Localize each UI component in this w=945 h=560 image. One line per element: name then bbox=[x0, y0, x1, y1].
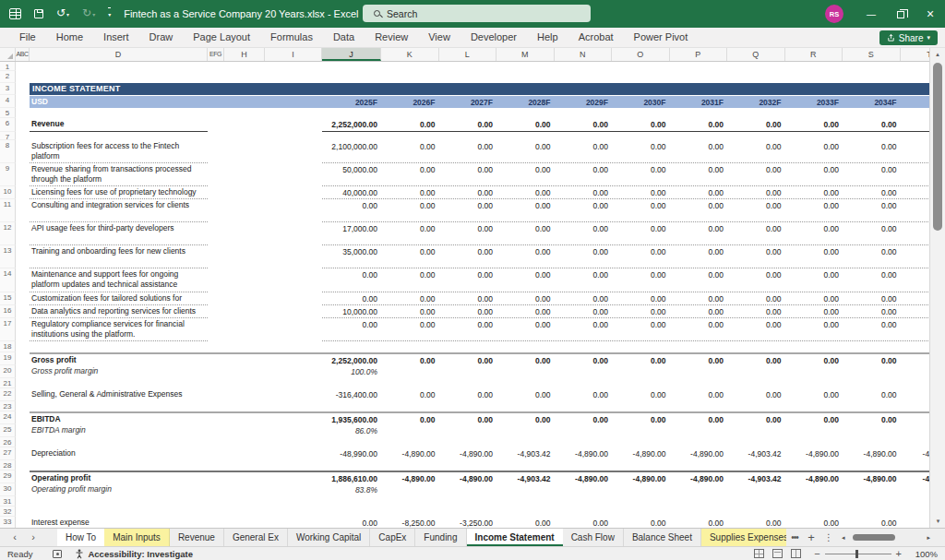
cell-r15-c7[interactable]: 0.00 bbox=[727, 292, 785, 304]
row-label-operating-profit-margin[interactable]: Operating profit margin bbox=[30, 483, 208, 496]
row-label-data-analytics-and-reporting-services-fo[interactable]: Data analytics and reporting services fo… bbox=[30, 305, 208, 318]
row-label-empty[interactable] bbox=[30, 437, 208, 447]
cell-r13-c7[interactable]: 0.00 bbox=[727, 245, 785, 268]
ribbon-tab-help[interactable]: Help bbox=[527, 28, 568, 47]
cell-r16-c3[interactable]: 0.00 bbox=[496, 305, 555, 317]
cell-r13-c1[interactable]: 0.00 bbox=[381, 245, 439, 268]
row-label-regulatory-compliance-services-for-finan[interactable]: Regulatory compliance services for finan… bbox=[30, 318, 208, 341]
column-header-r[interactable]: R bbox=[785, 48, 843, 61]
cell-r19-c5[interactable]: 0.00 bbox=[612, 354, 670, 365]
cell-r30-c10[interactable] bbox=[901, 483, 930, 496]
cell-r19-c1[interactable]: 0.00 bbox=[381, 354, 439, 365]
sheet-nav-left-icon[interactable]: ‹ bbox=[6, 529, 24, 546]
row-header-22[interactable]: 22 bbox=[0, 388, 16, 401]
column-header-o[interactable]: O bbox=[612, 48, 670, 61]
cell-r29-c5[interactable]: -4,890.00 bbox=[612, 472, 670, 483]
year-header-2029f[interactable]: 2029F bbox=[555, 96, 613, 108]
cell-r19-c4[interactable]: 0.00 bbox=[555, 354, 613, 365]
cell-r29-c1[interactable]: -4,890.00 bbox=[381, 472, 439, 483]
sheet-tab-how-to[interactable]: How To bbox=[57, 529, 104, 546]
cell-r6-c7[interactable]: 0.00 bbox=[727, 118, 785, 131]
row-header-33[interactable]: 33 bbox=[0, 517, 16, 528]
cell-r9-c7[interactable]: 0.00 bbox=[727, 163, 785, 185]
cell-r8-c6[interactable]: 0.00 bbox=[670, 140, 728, 162]
row-label-empty[interactable] bbox=[30, 460, 208, 471]
row-header-19[interactable]: 19 bbox=[0, 352, 16, 365]
cell-r33-c6[interactable]: 0.00 bbox=[670, 517, 728, 528]
ribbon-tab-data[interactable]: Data bbox=[323, 28, 365, 47]
row-label-revenue-sharing-from-transactions-proces[interactable]: Revenue sharing from transactions proces… bbox=[30, 163, 208, 186]
zoom-in-icon[interactable]: + bbox=[896, 548, 902, 559]
column-header-n[interactable]: N bbox=[555, 48, 613, 61]
cell-r30-c0[interactable]: 83.8% bbox=[322, 483, 381, 496]
cell-r27-c0[interactable]: -48,990.00 bbox=[322, 447, 381, 460]
zoom-level[interactable]: 100% bbox=[912, 549, 938, 559]
cell-r12-c1[interactable]: 0.00 bbox=[381, 222, 439, 244]
cell-r16-c6[interactable]: 0.00 bbox=[670, 305, 728, 317]
cell-r12-c10[interactable]: 0.00 bbox=[901, 222, 930, 244]
row-label-empty[interactable] bbox=[30, 71, 208, 83]
cell-r12-c6[interactable]: 0.00 bbox=[670, 222, 728, 244]
row-label-selling-general-administrative-expenses[interactable]: Selling, General & Administrative Expens… bbox=[30, 388, 208, 401]
cell-r27-c9[interactable]: -4,890.00 bbox=[843, 447, 901, 460]
cell-r9-c8[interactable]: 0.00 bbox=[785, 163, 843, 185]
row-header-27[interactable]: 27 bbox=[0, 447, 16, 460]
row-label-gross-profit[interactable]: Gross profit bbox=[30, 354, 208, 365]
year-header-2026f[interactable]: 2026F bbox=[381, 96, 439, 108]
cell-r13-c5[interactable]: 0.00 bbox=[612, 245, 670, 268]
avatar[interactable]: RS bbox=[825, 5, 843, 23]
cell-r9-c1[interactable]: 0.00 bbox=[381, 163, 439, 185]
search-input[interactable]: Search bbox=[363, 5, 591, 22]
row-label-empty[interactable] bbox=[30, 378, 208, 388]
cell-r27-c4[interactable]: -4,890.00 bbox=[555, 447, 613, 460]
cell-r13-c4[interactable]: 0.00 bbox=[555, 245, 613, 268]
column-header-s[interactable]: S bbox=[843, 48, 901, 61]
cell-r24-c4[interactable]: 0.00 bbox=[555, 413, 613, 424]
cell-r6-c2[interactable]: 0.00 bbox=[439, 118, 497, 131]
row-label-maintenance-and-support-fees-for-ongoing[interactable]: Maintenance and support fees for ongoing… bbox=[30, 268, 208, 292]
cell-r25-c8[interactable] bbox=[785, 424, 843, 437]
vertical-scrollbar[interactable]: ▴ ▾ bbox=[929, 48, 945, 528]
row-header-1[interactable]: 1 bbox=[0, 62, 16, 71]
cell-r25-c3[interactable] bbox=[496, 424, 555, 437]
cell-r22-c1[interactable]: 0.00 bbox=[381, 388, 439, 401]
row-header-15[interactable]: 15 bbox=[0, 292, 16, 305]
cell-r33-c3[interactable]: 0.00 bbox=[496, 517, 555, 528]
more-sheets-icon[interactable]: ••• bbox=[786, 532, 803, 542]
column-header-q[interactable]: Q bbox=[727, 48, 785, 61]
cell-r11-c6[interactable]: 0.00 bbox=[670, 199, 728, 221]
cell-r25-c1[interactable] bbox=[381, 424, 439, 437]
cell-r33-c1[interactable]: -8,250.00 bbox=[381, 517, 439, 528]
row-header-2[interactable]: 2 bbox=[0, 71, 16, 83]
row-header-26[interactable]: 26 bbox=[0, 437, 16, 447]
cell-r25-c4[interactable] bbox=[555, 424, 613, 437]
cell-r24-c1[interactable]: 0.00 bbox=[381, 413, 439, 424]
cell-r22-c8[interactable]: 0.00 bbox=[785, 388, 843, 401]
row-header-3[interactable]: 3 bbox=[0, 83, 16, 95]
cell-r12-c3[interactable]: 0.00 bbox=[496, 222, 555, 244]
cell-r11-c2[interactable]: 0.00 bbox=[439, 199, 497, 221]
cell-r19-c3[interactable]: 0.00 bbox=[496, 354, 555, 365]
cell-r13-c9[interactable]: 0.00 bbox=[843, 245, 901, 268]
cell-r22-c10[interactable]: 0.00 bbox=[901, 388, 930, 401]
year-header-clipped[interactable] bbox=[901, 96, 930, 108]
scroll-right-icon[interactable]: ▸ bbox=[927, 529, 930, 546]
cell-r8-c0[interactable]: 2,100,000.00 bbox=[322, 140, 381, 162]
cell-r22-c0[interactable]: -316,400.00 bbox=[322, 388, 381, 401]
ribbon-tab-insert[interactable]: Insert bbox=[93, 28, 139, 47]
cell-r6-c5[interactable]: 0.00 bbox=[612, 118, 670, 131]
ribbon-tab-formulas[interactable]: Formulas bbox=[260, 28, 323, 47]
cell-r17-c8[interactable]: 0.00 bbox=[785, 318, 843, 340]
cell-r10-c9[interactable]: 0.00 bbox=[843, 186, 901, 198]
cell-r30-c7[interactable] bbox=[727, 483, 785, 496]
column-header-l[interactable]: L bbox=[439, 48, 497, 61]
row-label-depreciation[interactable]: Depreciation bbox=[30, 447, 208, 460]
vertical-scrollbar-thumb[interactable] bbox=[933, 63, 942, 231]
column-header-t[interactable]: T bbox=[901, 48, 930, 61]
cell-r14-c0[interactable]: 0.00 bbox=[322, 268, 381, 292]
cell-r30-c6[interactable] bbox=[670, 483, 728, 496]
customize-quick-access-icon[interactable]: ▾ bbox=[108, 7, 111, 20]
cell-r15-c4[interactable]: 0.00 bbox=[555, 292, 613, 304]
cell-r11-c10[interactable]: 0.00 bbox=[901, 199, 930, 221]
cell-r12-c8[interactable]: 0.00 bbox=[785, 222, 843, 244]
